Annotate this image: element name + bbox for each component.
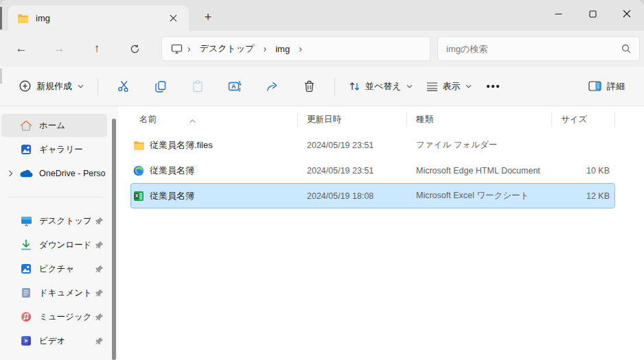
column-header-type[interactable]: 種類 [406,112,551,127]
onedrive-icon [19,169,33,178]
explorer-body: ホームギャラリーOneDrive - Persoデスクトップダウンロードピクチャ… [0,106,644,360]
file-size: 10 KB [552,166,616,176]
minimize-button[interactable] [541,0,575,27]
pin-icon [91,289,107,298]
breadcrumb-item[interactable]: img [271,42,294,56]
sidebar-item-desktop[interactable]: デスクトップ [1,209,107,232]
more-options-button[interactable]: ••• [479,76,509,97]
nav-buttons: ← → ↑ [10,37,146,60]
gallery-icon [19,144,33,155]
column-header-size[interactable]: サイズ [551,112,615,127]
sidebar-scrollbar[interactable] [110,106,118,360]
maximize-button[interactable] [575,0,610,27]
clipboard-paste-icon [192,80,204,93]
pictures-icon [19,263,33,274]
toolbar-divider [334,77,335,95]
music-icon [19,311,33,322]
explorer-tab-img[interactable]: img [8,5,189,31]
sort-button[interactable]: 並べ替え [342,75,419,97]
file-list-pane: 名前更新日時種類サイズ 従業員名簿.files2024/05/19 23:51フ… [118,106,644,360]
column-header-name[interactable]: 名前 [130,112,297,127]
copy-icon [154,80,167,93]
column-header-modified[interactable]: 更新日時 [297,112,406,127]
forward-icon[interactable]: → [47,37,71,60]
close-button[interactable] [610,0,644,27]
tab-title: img [36,13,159,23]
address-row: ← → ↑ ›デスクトップ›img› [0,31,644,67]
window-controls [541,0,644,27]
up-icon[interactable]: ↑ [85,37,108,60]
share-icon [266,80,279,93]
file-rows: 従業員名簿.files2024/05/19 23:51ファイル フォルダー従業員… [130,132,644,208]
sidebar-item-music[interactable]: ミュージック [1,305,107,328]
sidebar-item-videos[interactable]: ビデオ [1,329,107,352]
details-pane-icon [588,81,601,91]
details-label: 詳細 [607,80,625,93]
sidebar-item-label: デスクトップ [39,215,91,227]
sidebar-item-onedrive[interactable]: OneDrive - Perso [1,162,107,185]
tab-close-icon[interactable] [165,11,181,26]
edge-icon [133,165,145,176]
chevron-down-icon [465,84,472,88]
scissors-icon [117,80,130,93]
file-modified: 2024/05/19 23:51 [298,141,407,150]
sidebar-item-label: ドキュメント [39,287,91,299]
file-row[interactable]: 従業員名簿.files2024/05/19 23:51ファイル フォルダー [130,132,615,158]
file-explorer-window: img + ← → ↑ [0,0,644,360]
new-item-button[interactable]: 新規作成 [12,75,91,97]
toolbar-divider [97,77,98,95]
pin-icon [91,265,107,274]
breadcrumb-item[interactable]: デスクトップ [196,40,259,57]
sidebar-item-label: ホーム [39,120,107,132]
command-toolbar: 新規作成 A [0,67,644,106]
details-pane-button[interactable]: 詳細 [582,75,632,97]
svg-text:X: X [135,193,139,198]
navigation-pane: ホームギャラリーOneDrive - Persoデスクトップダウンロードピクチャ… [0,106,110,360]
file-modified: 2024/05/19 23:51 [298,166,407,176]
downloads-icon [19,239,33,250]
svg-text:A: A [231,83,236,90]
refresh-icon[interactable] [123,37,146,60]
file-row[interactable]: X従業員名簿2024/05/19 18:08Microsoft Excel ワー… [130,183,615,208]
breadcrumb-chevron-icon[interactable]: › [297,43,304,54]
delete-button[interactable] [295,74,323,99]
search-input[interactable] [446,44,621,54]
window-edge-artifact [0,69,2,84]
file-type: ファイル フォルダー [407,139,552,151]
rename-icon: A [228,80,242,93]
desktop-icon [19,216,33,226]
scrollbar-thumb[interactable] [112,119,116,360]
sidebar-item-label: ダウンロード [39,239,91,251]
sidebar-divider [7,197,103,197]
search-icon [621,44,631,53]
file-row[interactable]: 従業員名簿2024/05/19 23:51Microsoft Edge HTML… [130,158,615,183]
sidebar-item-pictures[interactable]: ピクチャ [1,257,107,280]
sidebar-item-home[interactable]: ホーム [1,114,107,137]
file-size: 12 KB [552,191,616,201]
search-box[interactable] [437,36,640,61]
sidebar-item-downloads[interactable]: ダウンロード [1,233,107,256]
sort-arrows-icon [349,81,360,92]
trash-icon [303,80,315,93]
expand-chevron-icon[interactable] [1,170,19,177]
back-icon[interactable]: ← [10,37,33,60]
file-type: Microsoft Edge HTML Document [407,166,552,176]
new-tab-button[interactable]: + [198,5,218,29]
rename-button[interactable]: A [221,74,249,99]
this-pc-monitor-icon [170,44,183,54]
cut-button[interactable] [110,74,137,99]
paste-button[interactable] [184,74,211,99]
copy-button[interactable] [147,74,174,99]
chevron-down-icon [78,84,84,88]
sidebar-item-label: ギャラリー [39,144,107,156]
file-name: 従業員名簿 [150,190,194,202]
share-button[interactable] [258,74,286,99]
breadcrumb[interactable]: ›デスクトップ›img› [161,36,430,61]
breadcrumb-chevron-icon: › [185,43,193,54]
documents-icon [19,287,33,298]
sidebar-item-label: ビデオ [39,335,91,347]
pin-icon [91,337,107,346]
sidebar-item-gallery[interactable]: ギャラリー [1,138,107,161]
view-button[interactable]: 表示 [419,75,479,97]
sidebar-item-documents[interactable]: ドキュメント [1,281,107,304]
